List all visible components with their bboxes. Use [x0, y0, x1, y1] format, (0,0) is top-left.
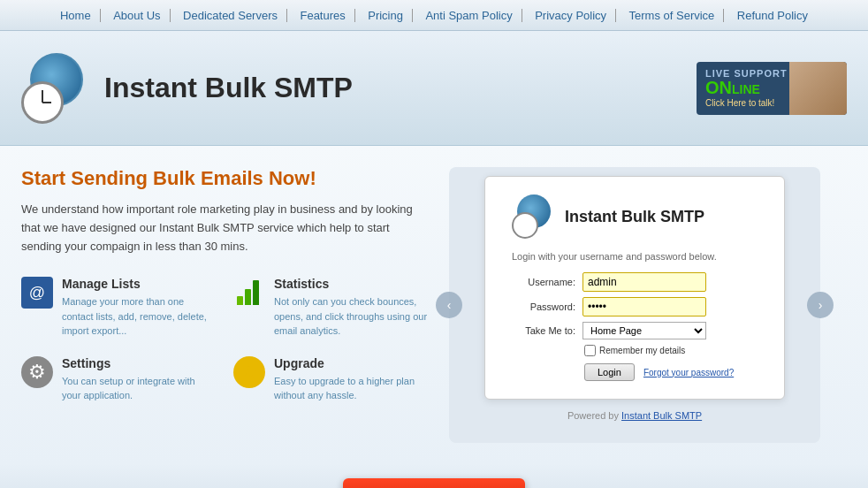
settings-desc: You can setup or integrate with your app…: [62, 374, 216, 403]
nav-features[interactable]: Features: [291, 9, 354, 22]
settings-icon: ⚙: [21, 356, 53, 388]
slider-next-button[interactable]: ›: [807, 292, 834, 318]
upgrade-icon: ★: [233, 356, 265, 388]
nav-home[interactable]: Home: [51, 9, 101, 22]
feature-settings: ⚙ Settings You can setup or integrate wi…: [21, 356, 216, 403]
bar2: [245, 289, 251, 305]
clock-icon: [21, 81, 64, 124]
feature-manage-lists: @ Manage Lists Manage your more than one…: [21, 277, 216, 339]
site-title: Instant Bulk SMTP: [104, 72, 353, 104]
password-input[interactable]: [582, 297, 706, 316]
upgrade-title: Upgrade: [274, 356, 428, 370]
click-to-talk[interactable]: Click Here to talk!: [705, 98, 774, 108]
main-content: Start Sending Bulk Emails Now! We unders…: [0, 146, 868, 464]
bar1: [237, 296, 243, 305]
settings-title: Settings: [62, 356, 216, 370]
intro-text: We understand how important role marketi…: [21, 201, 428, 255]
manage-lists-desc: Manage your more than one contact lists,…: [62, 294, 216, 339]
login-logo: Instant Bulk SMTP: [512, 194, 758, 239]
remember-checkbox[interactable]: [584, 345, 596, 356]
upgrade-text: Upgrade Easy to upgrade to a higher plan…: [274, 356, 428, 403]
username-input[interactable]: [582, 272, 706, 292]
online-status: ON: [705, 79, 732, 96]
login-box: Instant Bulk SMTP Login with your userna…: [484, 176, 785, 400]
upgrade-desc: Easy to upgrade to a higher plan without…: [274, 374, 428, 403]
nav-antispam[interactable]: Anti Spam Policy: [416, 9, 522, 22]
powered-link[interactable]: Instant Bulk SMTP: [621, 410, 702, 421]
main-headline: Start Sending Bulk Emails Now!: [21, 167, 428, 190]
statistics-title: Statistics: [274, 277, 428, 291]
remember-label: Remember my details: [599, 346, 685, 355]
takemeto-row: Take Me to: Home Page: [512, 322, 758, 339]
logo-area: Instant Bulk SMTP: [21, 53, 353, 124]
nav-pricing[interactable]: Pricing: [359, 9, 413, 22]
login-title: Instant Bulk SMTP: [565, 208, 704, 226]
star-icon: ★: [240, 361, 258, 384]
manage-lists-icon: @: [21, 277, 53, 309]
features-grid: @ Manage Lists Manage your more than one…: [21, 277, 428, 403]
takemeto-label: Take Me to:: [512, 325, 575, 336]
statistics-desc: Not only can you check bounces, opens, a…: [274, 294, 428, 339]
statistics-icon: [233, 277, 265, 309]
nav-about[interactable]: About Us: [104, 9, 170, 22]
takemeto-select[interactable]: Home Page: [582, 322, 706, 339]
remember-row: Remember my details: [584, 345, 758, 356]
settings-text: Settings You can setup or integrate with…: [62, 356, 216, 403]
nav-privacy[interactable]: Privacy Policy: [526, 9, 616, 22]
powered-by: Powered by Instant Bulk SMTP: [567, 410, 702, 421]
forgot-password-link[interactable]: Forgot your password?: [643, 368, 734, 377]
nav-refund[interactable]: Refund Policy: [728, 9, 817, 22]
password-label: Password:: [512, 301, 575, 312]
at-icon: @: [29, 284, 45, 302]
header: Instant Bulk SMTP LIVE SUPPORT ON LINE C…: [0, 31, 868, 146]
username-label: Username:: [512, 277, 575, 287]
right-panel: ‹ › Instant Bulk SMTP Login with your us…: [449, 167, 820, 443]
gear-icon: ⚙: [28, 361, 46, 384]
manage-lists-title: Manage Lists: [62, 277, 216, 291]
login-logo-icon: [512, 194, 556, 239]
login-actions: Login Forgot your password?: [584, 363, 758, 381]
nav-dedicated[interactable]: Dedicated Servers: [174, 9, 287, 22]
free-trial-section: Free Trial!: [0, 464, 868, 488]
online-line: LINE: [732, 82, 760, 96]
login-clock-icon: [512, 212, 538, 239]
nav-terms[interactable]: Terms of Service: [621, 9, 725, 22]
navigation: Home About Us Dedicated Servers Features…: [0, 0, 868, 31]
username-row: Username:: [512, 272, 758, 292]
feature-upgrade: ★ Upgrade Easy to upgrade to a higher pl…: [233, 356, 428, 403]
bar3: [253, 280, 259, 305]
statistics-text: Statistics Not only can you check bounce…: [274, 277, 428, 339]
password-row: Password:: [512, 297, 758, 316]
login-button[interactable]: Login: [584, 363, 635, 381]
free-trial-button[interactable]: Free Trial!: [343, 478, 525, 488]
left-panel: Start Sending Bulk Emails Now! We unders…: [21, 167, 428, 443]
login-subtitle: Login with your username and password be…: [512, 251, 758, 262]
live-support-widget[interactable]: LIVE SUPPORT ON LINE Click Here to talk!: [697, 62, 847, 115]
support-face-image: [789, 62, 847, 115]
slider-prev-button[interactable]: ‹: [436, 292, 462, 318]
logo-icon: [21, 53, 92, 124]
feature-statistics: Statistics Not only can you check bounce…: [233, 277, 428, 339]
manage-lists-text: Manage Lists Manage your more than one c…: [62, 277, 216, 339]
